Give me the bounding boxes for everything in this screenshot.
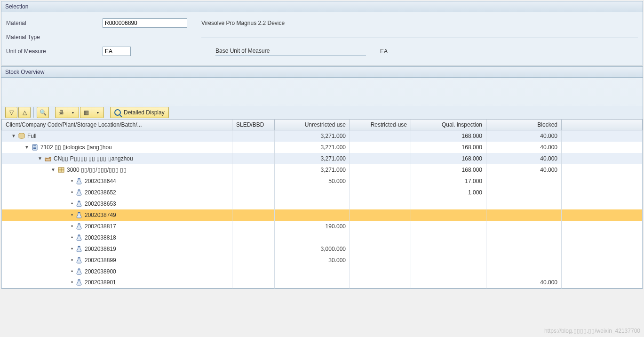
table-row[interactable]: •2002038817190.000 [2,221,643,232]
base-uom-label: Base Unit of Measure [215,48,366,56]
tree-label: 7102 ▯▯ ▯iologics ▯ang▯hou [40,144,112,151]
table-row[interactable]: ▼7102 ▯▯ ▯iologics ▯ang▯hou3,271.000168.… [2,142,643,153]
batch-icon [75,189,83,196]
toolbar-separator [52,107,52,118]
table-row[interactable]: ▼3000 ▯▯/▯▯/▯▯▯/▯▯▯ ▯▯3,271.000168.00040… [2,164,643,176]
svg-rect-11 [78,212,80,213]
cell [232,176,275,187]
tree-label: 2002038817 [85,223,116,230]
magnifier-icon [114,109,121,116]
cell [411,221,486,232]
table-row[interactable]: •20020388193,000.000 [2,243,643,255]
stock-title: Stock Overview [1,67,643,78]
stock-grid: Client/Company Code/Plant/Storage Locati… [1,119,643,289]
cell [486,209,562,221]
table-row[interactable]: •200203889930.000 [2,255,643,266]
print-dropdown-button[interactable]: ▾ [67,107,79,118]
col-blocked[interactable]: Blocked [486,120,562,130]
stock-panel: Stock Overview ▽ △ 🔍 🖶 ▾ [1,66,643,289]
svg-rect-2 [33,145,36,146]
tree-toggle[interactable]: ▼ [38,156,42,161]
table-row[interactable]: •200203864450.00017.000 [2,176,643,187]
tree-label: 2002038900 [85,268,116,275]
bullet-icon: • [71,257,73,264]
cell [562,277,643,289]
toolbar-separator [107,107,107,118]
table-row[interactable]: ▼Full3,271.000168.00040.000 [2,130,643,142]
stock-toolbar: ▽ △ 🔍 🖶 ▾ ▦ [1,106,643,119]
cell [232,164,275,176]
svg-rect-12 [78,224,80,225]
cell [350,243,411,255]
layout-dropdown-button[interactable]: ▾ [92,107,104,118]
cell [232,232,275,243]
cell [562,130,643,142]
cell [232,266,275,277]
cell [350,142,411,153]
tree-label: 2002038819 [85,246,116,252]
cell [562,142,643,153]
expand-all-button[interactable]: ▽ [5,107,17,118]
batch-icon [75,177,83,185]
chevron-down-icon: ▾ [94,109,102,116]
cell [562,164,643,176]
print-button[interactable]: 🖶 [55,107,67,118]
tree-toggle[interactable]: ▼ [51,167,56,172]
cell [232,130,275,142]
find-button[interactable]: 🔍 [37,107,49,118]
tree-label: CN▯▯ P▯▯▯▯ ▯▯ ▯▯▯ ▯angzhou [54,155,133,162]
col-unrestricted[interactable]: Unrestricted use [275,120,350,130]
svg-rect-3 [33,147,36,148]
cell [350,153,411,164]
batch-icon [75,245,83,253]
tree-label: 2002038653 [85,201,116,207]
cell [275,187,350,198]
cell [411,198,486,209]
selection-title: Selection [1,1,643,12]
cell [486,266,562,277]
tree-toggle[interactable]: ▼ [11,133,16,138]
cell [350,130,411,142]
plant-icon [44,155,52,162]
cell [486,221,562,232]
cell [486,255,562,266]
material-input[interactable] [103,18,187,28]
collapse-all-button[interactable]: △ [18,107,31,118]
sloc-icon [57,166,65,174]
cell [562,176,643,187]
table-row[interactable]: •20020386521.000 [2,187,643,198]
expand-icon: ▽ [8,109,15,116]
table-row[interactable]: •2002038653 [2,198,643,209]
cell [232,142,275,153]
tree-label: Full [27,133,36,139]
cell [562,266,643,277]
cell [275,232,350,243]
cell [562,198,643,209]
col-qual[interactable]: Qual. inspection [411,120,486,130]
tree-toggle[interactable]: ▼ [24,144,29,150]
cell [562,221,643,232]
col-sled[interactable]: SLED/BBD [232,120,275,130]
chevron-down-icon: ▾ [69,109,77,116]
tree-label: 2002038749 [85,212,116,218]
header-row: Client/Company Code/Plant/Storage Locati… [2,120,643,130]
col-hierarchy[interactable]: Client/Company Code/Plant/Storage Locati… [2,120,232,130]
col-restricted[interactable]: Restricted-use [350,120,411,130]
cell [562,255,643,266]
cell [562,243,643,255]
cell [562,153,643,164]
layout-button[interactable]: ▦ [80,107,92,118]
table-row[interactable]: •2002038900 [2,266,643,277]
table-row[interactable]: ▼CN▯▯ P▯▯▯▯ ▯▯ ▯▯▯ ▯angzhou3,271.000168.… [2,153,643,164]
table-row[interactable]: •2002038818 [2,232,643,243]
batch-icon [75,200,83,208]
cell: 3,271.000 [275,164,350,176]
cell: 40.000 [486,153,562,164]
bullet-icon: • [71,201,73,207]
uom-input[interactable] [103,47,131,56]
table-row[interactable]: •200203890140.000 [2,277,643,289]
detailed-display-button[interactable]: Detailed Display [110,107,169,118]
cell [232,153,275,164]
table-row[interactable]: •2002038749 [2,209,643,221]
cell [486,176,562,187]
